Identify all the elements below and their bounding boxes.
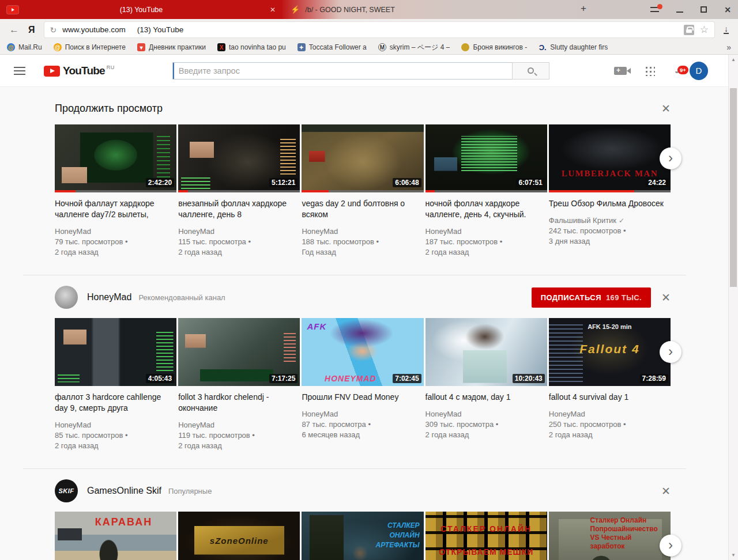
- video-card[interactable]: 4:05:43 фаллот 3 hardcore cahllenge day …: [55, 318, 176, 451]
- bookmark-tao[interactable]: X tao novinha tao pu: [217, 43, 286, 51]
- bookmark-skyrim[interactable]: M skyrim – ページ 4 –: [378, 43, 450, 52]
- scroll-up-arrow-icon[interactable]: ▲: [729, 57, 738, 62]
- video-channel[interactable]: HoneyMad: [302, 409, 423, 419]
- back-button[interactable]: ←: [9, 24, 19, 36]
- address-bar[interactable]: ↻ www.youtube.com (13) YouTube ☆: [44, 22, 715, 37]
- video-thumbnail[interactable]: 4:05:43: [55, 318, 176, 386]
- video-thumbnail[interactable]: 6:07:51: [426, 124, 547, 192]
- bookmark-toccata[interactable]: ✦ Toccata Follower a: [298, 43, 367, 51]
- channel-avatar[interactable]: [55, 286, 78, 309]
- video-thumbnail[interactable]: 5:12:21: [178, 124, 300, 192]
- video-title[interactable]: fallout 4 с мэдом, day 1: [426, 392, 547, 403]
- youtube-logo[interactable]: YouTube RU: [44, 65, 115, 77]
- search-input[interactable]: [172, 62, 513, 80]
- video-card[interactable]: sZoneOnline 28:14: [178, 512, 300, 560]
- video-channel[interactable]: HoneyMad: [178, 226, 300, 237]
- new-tab-button[interactable]: +: [581, 3, 586, 14]
- subscribe-button[interactable]: ПОДПИСАТЬСЯ 169 ТЫС.: [532, 287, 651, 308]
- video-card[interactable]: Сталкер Онлайн Попрошайничество VS Честн…: [549, 512, 671, 560]
- search-button[interactable]: [512, 62, 549, 80]
- bookmark-armor[interactable]: Броня викингов -: [461, 43, 527, 51]
- scrollbar-thumb[interactable]: [730, 88, 737, 287]
- dismiss-section-icon[interactable]: ✕: [661, 102, 671, 115]
- bookmark-daughter[interactable]: Ɔ. Slutty daughter firs: [539, 43, 608, 51]
- video-thumbnail[interactable]: 2:42:20: [55, 124, 176, 192]
- lock-icon[interactable]: [684, 25, 694, 35]
- video-age: 2 года назад: [178, 441, 300, 451]
- video-card[interactable]: 5:12:21 внезапный фоллач хардкоре чаллен…: [178, 124, 300, 258]
- bookmark-search[interactable]: @ Поиск в Интернете: [54, 43, 126, 51]
- tab-youtube[interactable]: (13) YouTube ✕: [0, 0, 283, 19]
- yandex-logo[interactable]: Я: [28, 25, 35, 35]
- window-maximize-button[interactable]: [701, 6, 707, 13]
- scroll-down-arrow-icon[interactable]: ▼: [729, 553, 738, 558]
- video-card[interactable]: AFK 15-20 min Fallout 4 7:28:59 fallout …: [549, 318, 671, 451]
- video-channel[interactable]: HoneyMad: [178, 420, 300, 430]
- video-thumbnail[interactable]: КАРАВАН 21:29: [55, 512, 176, 560]
- carousel-next-button[interactable]: ›: [660, 535, 681, 557]
- apps-grid-icon[interactable]: [644, 65, 655, 76]
- bookmark-diary[interactable]: ▾ Дневник практики: [137, 43, 206, 51]
- video-card[interactable]: AFK HONEYMAD 7:02:45 Прошли FNV Dead Mon…: [302, 318, 423, 451]
- page-scrollbar[interactable]: ▲ ▼: [728, 55, 738, 560]
- guide-hamburger-icon[interactable]: [14, 67, 25, 75]
- video-title[interactable]: fallout 4 survival day 1: [549, 392, 671, 403]
- video-title[interactable]: ночной фоллач хардкоре чалленге, день 4,…: [426, 198, 547, 220]
- create-video-icon[interactable]: [614, 67, 627, 75]
- carousel-next-button[interactable]: ›: [660, 341, 681, 363]
- video-row: КАРАВАН 21:29 sZoneOnline 28:14 СТАЛКЕР …: [55, 512, 671, 560]
- video-card[interactable]: 6:07:51 ночной фоллач хардкоре чалленге,…: [426, 124, 547, 258]
- bookmarks-overflow-chevron[interactable]: »: [726, 43, 731, 52]
- channel-name[interactable]: HoneyMad: [87, 292, 131, 302]
- video-card[interactable]: 2:42:20 Ночной фаллаут хардкоре чалленге…: [55, 124, 176, 258]
- video-thumbnail[interactable]: СТАЛКЕР ОНЛАЙН ОТКРЫВАЕМ МЕШКИ 18:05: [426, 512, 547, 560]
- video-title[interactable]: Треш Обзор Фильма Дровосек: [549, 198, 671, 209]
- video-channel[interactable]: Фальшивый Критик✓: [549, 215, 671, 226]
- video-title[interactable]: внезапный фоллач хардкоре чалленге, день…: [178, 198, 300, 220]
- browser-menu-icon[interactable]: [650, 7, 659, 12]
- video-title[interactable]: Ночной фаллаут хардкоре чалленге day7/2 …: [55, 198, 176, 220]
- video-channel[interactable]: HoneyMad: [549, 409, 671, 419]
- video-thumbnail[interactable]: AFK HONEYMAD 7:02:45: [302, 318, 423, 386]
- tab-board[interactable]: ⚡ /b/ - GOOD NIGHT, SWEET: [283, 0, 571, 19]
- carousel-next-button[interactable]: ›: [660, 147, 681, 169]
- window-minimize-button[interactable]: [676, 12, 683, 13]
- video-title[interactable]: follot 3 hardkor chelendj - окончание: [178, 392, 300, 414]
- video-thumbnail[interactable]: 6:06:48: [302, 124, 423, 192]
- video-title[interactable]: Прошли FNV Dead Money: [302, 392, 423, 403]
- window-close-button[interactable]: ✕: [724, 5, 731, 14]
- video-thumbnail[interactable]: Сталкер Онлайн Попрошайничество VS Честн…: [549, 512, 671, 560]
- video-thumbnail[interactable]: СТАЛКЕР ОНЛАЙН АРТЕФАКТЫ 18:06: [302, 512, 423, 560]
- channel-avatar[interactable]: SKIF: [55, 479, 78, 502]
- video-card[interactable]: 7:17:25 follot 3 hardkor chelendj - окон…: [178, 318, 300, 451]
- dismiss-section-icon[interactable]: ✕: [661, 485, 671, 498]
- video-channel[interactable]: HoneyMad: [426, 409, 547, 419]
- channel-name[interactable]: GamesOnline Skif: [87, 486, 161, 496]
- video-title[interactable]: vegas day 2 und болтовня о всяком: [302, 198, 423, 220]
- dismiss-section-icon[interactable]: ✕: [661, 291, 671, 304]
- video-channel[interactable]: HoneyMad: [302, 226, 423, 237]
- video-channel[interactable]: HoneyMad: [55, 420, 176, 430]
- video-card[interactable]: 10:20:43 fallout 4 с мэдом, day 1 HoneyM…: [426, 318, 547, 451]
- bookmark-mailru[interactable]: @ Mail.Ru: [7, 43, 42, 51]
- bookmark-star-icon[interactable]: ☆: [700, 24, 709, 36]
- video-thumbnail[interactable]: AFK 15-20 min Fallout 4 7:28:59: [549, 318, 671, 386]
- video-title[interactable]: фаллот 3 hardcore cahllenge day 9, смерт…: [55, 392, 176, 414]
- video-channel[interactable]: HoneyMad: [426, 226, 547, 237]
- account-avatar[interactable]: D: [690, 62, 708, 80]
- video-thumbnail[interactable]: LUMBERJACK MAN 24:22: [549, 124, 671, 192]
- video-card[interactable]: LUMBERJACK MAN 24:22 Треш Обзор Фильма Д…: [549, 124, 671, 258]
- downloads-icon[interactable]: ↓: [724, 25, 729, 34]
- video-thumbnail[interactable]: sZoneOnline 28:14: [178, 512, 300, 560]
- tab-close-icon[interactable]: ✕: [270, 6, 276, 14]
- video-card[interactable]: КАРАВАН 21:29: [55, 512, 176, 560]
- video-channel[interactable]: HoneyMad: [55, 226, 176, 237]
- video-thumbnail[interactable]: 10:20:43: [426, 318, 547, 386]
- reload-icon[interactable]: ↻: [50, 25, 57, 35]
- video-card[interactable]: СТАЛКЕР ОНЛАЙН ОТКРЫВАЕМ МЕШКИ 18:05: [426, 512, 547, 560]
- feed: Продолжить просмотр ✕ 2:42:20 Ночной фал…: [0, 87, 738, 560]
- video-card[interactable]: СТАЛКЕР ОНЛАЙН АРТЕФАКТЫ 18:06: [302, 512, 423, 560]
- duration-badge: 2:42:20: [146, 178, 174, 187]
- video-card[interactable]: 6:06:48 vegas day 2 und болтовня о всяко…: [302, 124, 423, 258]
- video-thumbnail[interactable]: 7:17:25: [178, 318, 300, 386]
